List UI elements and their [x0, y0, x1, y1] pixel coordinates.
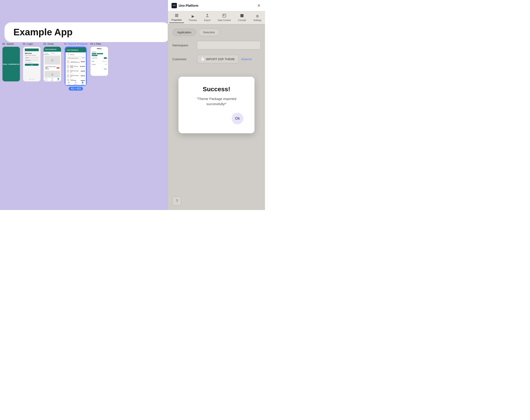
svg-rect-1: [175, 15, 178, 16]
file-icon: 📄: [201, 57, 205, 61]
login-legal: Legal mentions: [23, 78, 41, 80]
screen-search-frame: Uno Commerce 🔍 Running ✕ 1254 products f…: [65, 46, 87, 86]
filter-currency-label: Currency: [92, 64, 96, 65]
screen-splash[interactable]: 00. Splash Uno~commerce: [2, 43, 20, 82]
product-price-2: $189.99: [81, 70, 85, 72]
tab-application[interactable]: Application: [172, 29, 196, 36]
close-button[interactable]: ✕: [256, 2, 261, 9]
screen-login-label: 01. Login: [23, 43, 33, 45]
filter-instock-label: In stock only: [92, 58, 97, 59]
settings-label: Settings: [253, 19, 261, 21]
properties-icon: [175, 14, 178, 18]
search-clear-icon[interactable]: ✕: [83, 54, 84, 55]
filter-apply[interactable]: Apply: [90, 65, 108, 71]
deals-header-text: Uno Commerce: [45, 48, 57, 50]
deals-product-info: Carto Triclimate Jacket - Men's $251.24: [45, 66, 57, 70]
search-content: Uno Commerce 🔍 Running ✕ 1254 products f…: [65, 47, 86, 85]
search-bar[interactable]: 🔍 Running ✕: [66, 53, 85, 56]
nav-profile-icon: 👤: [82, 82, 84, 83]
deals-nav-label: Deals: [45, 80, 47, 81]
product-thumb-3: [67, 74, 69, 77]
login-title: Welcome.: [25, 53, 39, 54]
namespace-row: Namespace:: [168, 38, 265, 52]
product-info-3: Brooks Fresh Foam Hierro v6: [70, 74, 80, 77]
canvas-area: Example App 00. Splash Uno~commerce 01. …: [0, 0, 168, 210]
screen-deals[interactable]: 02. Deals Uno Commerce Deals Favorites 🖼: [43, 43, 61, 82]
deals-tab-deals: Deals: [44, 52, 49, 55]
toolbar-console[interactable]: Console: [236, 13, 249, 23]
panel-logo: </> Uno Platform: [172, 3, 198, 8]
product-price-0: $189.99: [81, 61, 85, 62]
console-label: Console: [238, 19, 246, 21]
screen-filter-label: 03.1 Filter: [90, 43, 101, 45]
namespace-input[interactable]: [197, 41, 261, 49]
screen-login[interactable]: 01. Login Welcome. Log in to your accoun…: [23, 43, 41, 82]
panel-title: Uno Platform: [179, 4, 198, 7]
svg-rect-3: [206, 16, 209, 17]
toolbar-properties[interactable]: Properties: [169, 12, 184, 23]
filter-tag-shoes[interactable]: Shoes✕: [92, 53, 96, 54]
toolbar-settings[interactable]: ⚙ Settings: [251, 13, 264, 23]
example-app-label-container: Example App: [4, 22, 170, 42]
tab-selection[interactable]: Selection: [198, 29, 220, 36]
filter-instock-toggle[interactable]: [104, 57, 107, 59]
app-tabs: Application Selection: [168, 25, 265, 38]
product-price-1: $1,229.99: [80, 66, 85, 67]
login-forgot: Forgot password?: [25, 62, 39, 63]
filters-link[interactable]: Filters: [82, 57, 85, 59]
customize-row: Customize: 📄 IMPORT DSP THEME Material: [168, 52, 265, 66]
customize-label: Customize:: [172, 58, 195, 61]
preview-icon: ▶: [192, 14, 194, 18]
search-meta: 1254 products found Filters: [66, 57, 86, 60]
search-input-value: Running: [70, 54, 82, 55]
deals-tabs: Deals Favorites: [44, 52, 61, 55]
filter-tag-accessories[interactable]: Accessories✕: [97, 53, 103, 54]
help-icon: ?: [176, 199, 178, 203]
right-panel: </> Uno Platform ✕ Properties ▶ Preview: [168, 0, 265, 210]
filter-header: Filters: [90, 47, 108, 51]
login-button[interactable]: Login: [25, 64, 39, 66]
properties-label: Properties: [172, 19, 182, 21]
export-label: Export: [204, 19, 210, 21]
search-icon: 🔍: [51, 78, 53, 80]
screen-search[interactable]: 03. Search Products Uno Commerce 🔍 Runni…: [64, 43, 88, 90]
toolbar-preview[interactable]: ▶ Preview: [187, 13, 199, 23]
search-product-2[interactable]: Brooks Fresh Foam Hierro v6 $189.99: [66, 69, 86, 73]
search-product-0[interactable]: The north face Icehill Armourset Hat $18…: [66, 60, 86, 64]
screen-search-label: 03. Search Products: [64, 43, 88, 45]
deals-product-name: Carto Triclimate Jacket - Men's: [45, 66, 57, 68]
customize-controls: 📄 IMPORT DSP THEME Material: [197, 55, 261, 63]
filter-apply-text: Apply: [104, 68, 107, 70]
screen-deals-frame: Uno Commerce Deals Favorites 🖼 Carto Tri…: [43, 46, 61, 82]
search-product-1[interactable]: Brooks Bondi 7 Running Shoes $1,229.99: [66, 64, 86, 69]
material-link[interactable]: Material: [241, 58, 251, 61]
login-content: Welcome. Log in to your account Email Pa…: [23, 47, 41, 81]
login-password: Password: [25, 59, 39, 61]
console-icon: [240, 14, 244, 18]
import-dsp-theme-button[interactable]: 📄 IMPORT DSP THEME: [197, 55, 239, 63]
screen-filter[interactable]: 03.1 Filter Filters Categories Shoes✕ Ac…: [90, 43, 108, 76]
filter-divider-1: [90, 60, 108, 60]
deals-header: Uno Commerce: [44, 47, 61, 52]
login-email: Email: [25, 57, 39, 59]
example-app-title: Example App: [14, 27, 161, 38]
panel-header: </> Uno Platform ✕: [168, 0, 265, 11]
export-icon: [206, 14, 209, 18]
deals-tab-favorites: Favorites: [49, 52, 57, 55]
namespace-label: Namespace:: [172, 44, 195, 47]
product-info-1: Brooks Bondi 7 Running Shoes: [70, 65, 79, 68]
toolbar-data-context[interactable]: Data Context: [215, 13, 233, 23]
success-message: "Theme Package imported successfully!": [190, 96, 243, 106]
nav-search-label: Search: [74, 84, 77, 85]
filter-currency-row: Currency CAD: [90, 63, 108, 65]
svg-rect-2: [175, 16, 178, 17]
profile-icon: 👤: [57, 78, 59, 80]
success-ok-button[interactable]: Ok: [232, 113, 243, 124]
filter-tag-headwear[interactable]: Headwear✕: [92, 55, 98, 56]
preview-label: Preview: [189, 19, 197, 21]
search-product-3[interactable]: Brooks Fresh Foam Hierro v6 $189.99: [66, 74, 86, 78]
product-name-3: Fresh Foam Hierro v6: [70, 75, 80, 77]
toolbar-export[interactable]: Export: [202, 13, 213, 23]
help-button[interactable]: ?: [172, 196, 181, 206]
screen-deals-label: 02. Deals: [43, 43, 54, 45]
